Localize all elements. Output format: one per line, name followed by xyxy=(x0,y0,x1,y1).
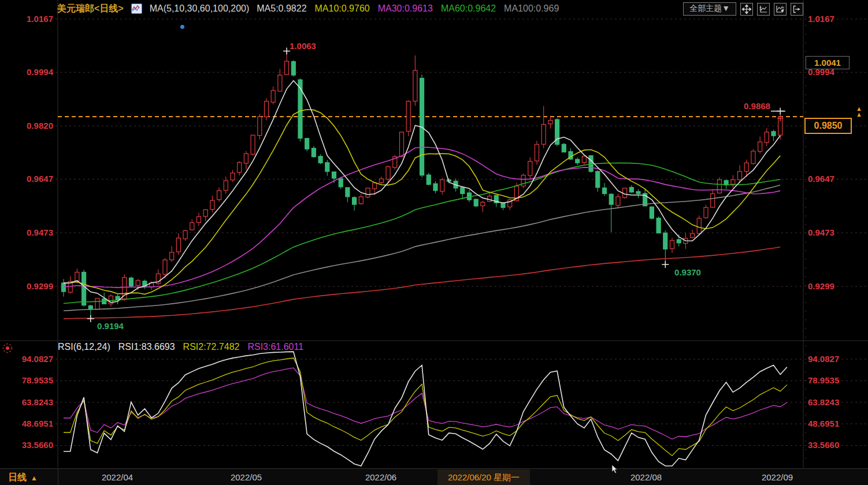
ma-value-label: MA60:0.9642 xyxy=(441,3,496,14)
date-tick-label: 2022/09 xyxy=(762,472,793,482)
date-tick-label: 2022/05 xyxy=(231,472,262,482)
price-axis-label: 0.9473 xyxy=(9,227,53,237)
rsi-axis-label: 33.5660 xyxy=(808,440,854,450)
rsi-value-label: RSI3:61.6011 xyxy=(247,342,303,352)
price-axis-label: 0.9299 xyxy=(9,281,53,291)
date-tick-label: 2022/04 xyxy=(102,472,133,482)
current-price-box: 0.9850 xyxy=(804,118,852,134)
chart-app: 美元瑞郎<日线> MA(5,10,30,60,100,200) MA5:0.98… xyxy=(0,0,868,485)
rsi-axis-label: 48.6951 xyxy=(9,419,53,428)
marker-dot xyxy=(180,25,184,29)
price-axis-label: 0.9473 xyxy=(808,227,854,237)
rsi-axis-label: 63.8243 xyxy=(9,397,53,407)
rsi-axis-label: 78.9535 xyxy=(808,375,854,385)
divider xyxy=(58,469,58,485)
price-axis-label: 1.0167 xyxy=(808,14,854,24)
rsi-params-label: RSI(6,12,24) xyxy=(58,342,110,352)
rsi-axis-label: 78.9535 xyxy=(9,375,53,385)
price-axis-label: 0.9820 xyxy=(9,121,53,130)
theme-select-button[interactable]: 全部主题▼ xyxy=(683,2,736,16)
up-arrow-icon: ▲ xyxy=(856,111,862,117)
ma-params-label: MA(5,10,30,60,100,200) xyxy=(150,3,250,14)
date-tick-label: 2022/08 xyxy=(630,472,662,482)
ma-value-label: MA30:0.9613 xyxy=(378,3,433,14)
price-annotation-low1: 0.9194 xyxy=(97,321,124,331)
price-axis-label: 0.9299 xyxy=(808,281,854,291)
upper-price-marker: 1.0041 xyxy=(806,56,850,69)
export-icon[interactable] xyxy=(791,3,803,16)
price-axis-label: 0.9647 xyxy=(808,174,854,184)
rsi-value-label: RSI1:83.6693 xyxy=(118,342,175,352)
time-axis-bar: 日线▲ 2022/042022/052022/062022/082022/09 … xyxy=(0,468,868,485)
rsi-header: RSI(6,12,24) RSI1:83.6693RSI2:72.7482RSI… xyxy=(58,342,303,352)
candlestick-chart-canvas[interactable] xyxy=(0,0,868,485)
price-annotation-high1: 1.0063 xyxy=(290,41,316,51)
rsi-axis-label: 48.6951 xyxy=(808,419,854,428)
price-annotation-high2: 0.9868 xyxy=(744,101,770,111)
mouse-cursor xyxy=(611,464,620,477)
rsi-axis-label: 63.8243 xyxy=(808,397,854,407)
price-axis-label: 1.0167 xyxy=(9,14,53,24)
chart-line-icon[interactable] xyxy=(131,3,142,14)
period-selector[interactable]: 日线▲ xyxy=(8,472,38,484)
rsi-value-label: RSI2:72.7482 xyxy=(183,342,240,352)
triangle-up-icon: ▲ xyxy=(31,474,38,482)
price-axis-label: 0.9994 xyxy=(9,67,53,77)
move-icon[interactable] xyxy=(740,3,753,16)
rsi-axis-label: 94.0827 xyxy=(808,354,854,364)
axis-scale-right-icon[interactable] xyxy=(774,3,787,16)
rsi-axis-label: 33.5660 xyxy=(9,440,53,450)
ma-values: MA5:0.9822MA10:0.9760MA30:0.9613MA60:0.9… xyxy=(257,3,559,14)
price-axis-label: 0.9647 xyxy=(9,174,53,184)
ma-value-label: MA10:0.9760 xyxy=(315,3,370,14)
rsi-values: RSI1:83.6693RSI2:72.7482RSI3:61.6011 xyxy=(118,342,303,352)
rsi-axis-label: 94.0827 xyxy=(9,354,53,364)
ma-value-label: MA5:0.9822 xyxy=(257,3,306,14)
highlighted-date-label: 2022/06/20 星期一 xyxy=(437,469,530,485)
axis-scale-left-icon[interactable] xyxy=(757,3,770,16)
date-tick-label: 2022/06 xyxy=(365,472,396,482)
chart-header: 美元瑞郎<日线> MA(5,10,30,60,100,200) MA5:0.98… xyxy=(57,2,559,16)
price-annotation-low2: 0.9370 xyxy=(674,267,701,277)
toolbar: 全部主题▼ xyxy=(683,2,803,16)
symbol-title: 美元瑞郎<日线> xyxy=(57,3,124,15)
ma-value-label: MA100:0.969 xyxy=(504,3,559,14)
